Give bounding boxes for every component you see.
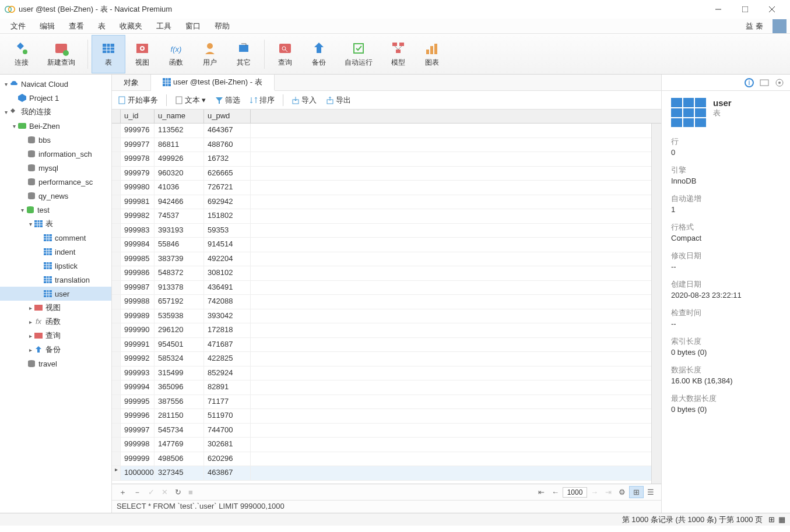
table-row[interactable]: 99999538755671177 [112, 395, 661, 410]
form-view-button[interactable]: ☰ [644, 487, 658, 498]
tree-tables-folder[interactable]: ▾表 [0, 217, 111, 231]
toolbar-table-button[interactable]: 表 [92, 35, 125, 73]
nav-first-icon[interactable]: ⊞ [768, 515, 775, 524]
tree-table-comment[interactable]: comment [0, 231, 111, 245]
tree-connection[interactable]: ▾Bei-Zhen [0, 119, 111, 133]
table-row[interactable]: 99998455846914514 [112, 238, 661, 252]
add-row-button[interactable]: ＋ [115, 486, 130, 499]
toolbar-query-button[interactable]: 查询 [268, 35, 302, 73]
tree-table-indent[interactable]: indent [0, 245, 111, 259]
toolbar-backup-button[interactable]: 备份 [302, 35, 336, 73]
grid-view-button[interactable]: ⊞ [629, 486, 644, 498]
table-row[interactable]: 999985383739492204 [112, 252, 661, 267]
tree-table-user[interactable]: user [0, 287, 111, 301]
import-button[interactable]: 导入 [288, 94, 320, 107]
tree-table-translation[interactable]: translation [0, 273, 111, 287]
tree-table-lipstick[interactable]: lipstick [0, 259, 111, 273]
menu-tools[interactable]: 工具 [149, 21, 178, 31]
page-input[interactable] [563, 487, 587, 498]
sort-button[interactable]: 排序 [246, 94, 278, 107]
tree-db-performance_sc[interactable]: performance_sc [0, 175, 111, 189]
preview-icon[interactable] [775, 78, 784, 87]
table-row[interactable]: 999997545734744700 [112, 424, 661, 438]
tree-视图[interactable]: ▸视图 [0, 301, 111, 315]
table-row[interactable]: 999981942466692942 [112, 195, 661, 210]
tree-db-mysql[interactable]: mysql [0, 161, 111, 175]
tree-备份[interactable]: ▸备份 [0, 343, 111, 357]
tree-db-travel[interactable]: travel [0, 357, 111, 371]
settings-button[interactable]: ⚙ [615, 487, 629, 498]
tree-myconn[interactable]: ▾我的连接 [0, 105, 111, 119]
toolbar-chart-button[interactable]: 图表 [415, 35, 449, 73]
table-row[interactable]: 999987913378436491 [112, 281, 661, 295]
delete-row-button[interactable]: － [130, 486, 145, 499]
info-icon[interactable]: i [745, 78, 754, 87]
tree-project[interactable]: Project 1 [0, 91, 111, 105]
tree-查询[interactable]: ▸查询 [0, 329, 111, 343]
first-page-button[interactable]: ⇤ [535, 487, 548, 498]
table-row[interactable]: 99997849992616732 [112, 152, 661, 167]
table-row[interactable]: 999976113562464367 [112, 124, 661, 138]
user-label[interactable]: 益 秦 [739, 21, 770, 31]
table-row[interactable]: 999988657192742088 [112, 295, 661, 309]
last-page-button[interactable]: ⇥ [602, 487, 615, 498]
menu-help[interactable]: 帮助 [208, 21, 237, 31]
cancel-button[interactable]: ✕ [158, 487, 171, 498]
toolbar-plug-button[interactable]: 连接 [5, 35, 38, 73]
stop-button[interactable]: ■ [185, 487, 196, 498]
table-row[interactable]: 999992585324422825 [112, 352, 661, 367]
col-header-uid[interactable]: u_id [121, 110, 155, 123]
tree-db-test[interactable]: ▾test [0, 203, 111, 217]
toolbar-fx-button[interactable]: f(x)函数 [159, 35, 193, 73]
toolbar-other-button[interactable]: 其它 [227, 35, 261, 73]
table-row[interactable]: 999990296120172818 [112, 323, 661, 338]
table-row[interactable]: 999979960320626665 [112, 167, 661, 181]
toolbar-newquery-button[interactable]: 新建查询 [38, 35, 84, 73]
prev-page-button[interactable]: ← [548, 487, 563, 498]
toolbar-auto-button[interactable]: 自动运行 [336, 35, 381, 73]
filter-button[interactable]: 筛选 [212, 94, 244, 107]
apply-button[interactable]: ✓ [145, 487, 158, 498]
tab-user-table[interactable]: user @test (Bei-Zhen) - 表 [151, 75, 275, 91]
table-row[interactable]: 999999498506620296 [112, 452, 661, 467]
col-header-uname[interactable]: u_name [155, 110, 204, 123]
vertical-scrollbar[interactable] [651, 124, 661, 484]
minimize-button[interactable] [705, 0, 732, 19]
tree-cloud[interactable]: ▾Navicat Cloud [0, 77, 111, 91]
tree-db-bbs[interactable]: bbs [0, 133, 111, 147]
table-row[interactable]: 999986548372308102 [112, 266, 661, 281]
maximize-button[interactable] [732, 0, 759, 19]
tree-函数[interactable]: ▸fx函数 [0, 315, 111, 329]
menu-view[interactable]: 查看 [62, 21, 91, 31]
table-row[interactable]: ▸1000000327345463867 [112, 466, 661, 481]
table-row[interactable]: 999991954501471687 [112, 338, 661, 353]
toolbar-view-button[interactable]: 视图 [125, 35, 159, 73]
toolbar-user-button[interactable]: 用户 [193, 35, 227, 73]
menu-table[interactable]: 表 [91, 21, 113, 31]
menu-file[interactable]: 文件 [3, 21, 33, 31]
tree-db-information_sch[interactable]: information_sch [0, 147, 111, 161]
menu-window[interactable]: 窗口 [178, 21, 208, 31]
text-button[interactable]: 文本 ▾ [171, 94, 209, 107]
grid-body[interactable]: 9999761135624643679999778681148876099997… [112, 124, 661, 482]
close-button[interactable] [759, 0, 785, 19]
menu-edit[interactable]: 编辑 [33, 21, 62, 31]
menu-favorites[interactable]: 收藏夹 [113, 21, 149, 31]
user-avatar[interactable] [773, 19, 787, 33]
tree-db-qy_news[interactable]: qy_news [0, 189, 111, 203]
refresh-button[interactable]: ↻ [171, 487, 185, 498]
table-row[interactable]: 99998274537151802 [112, 209, 661, 224]
begin-transaction-button[interactable]: 开始事务 [114, 94, 161, 107]
export-button[interactable]: 导出 [322, 94, 354, 107]
ddl-icon[interactable] [760, 78, 769, 87]
toolbar-model-button[interactable]: 模型 [381, 35, 415, 73]
table-row[interactable]: 99998339319359353 [112, 224, 661, 238]
tab-objects[interactable]: 对象 [112, 75, 151, 90]
table-row[interactable]: 999989535938393042 [112, 309, 661, 324]
table-row[interactable]: 999996281150511970 [112, 409, 661, 424]
col-header-upwd[interactable]: u_pwd [204, 110, 251, 123]
table-row[interactable]: 999998147769302681 [112, 438, 661, 452]
table-row[interactable]: 99998041036726721 [112, 181, 661, 195]
table-row[interactable]: 99997786811488760 [112, 138, 661, 153]
table-row[interactable]: 999993315499852924 [112, 367, 661, 381]
